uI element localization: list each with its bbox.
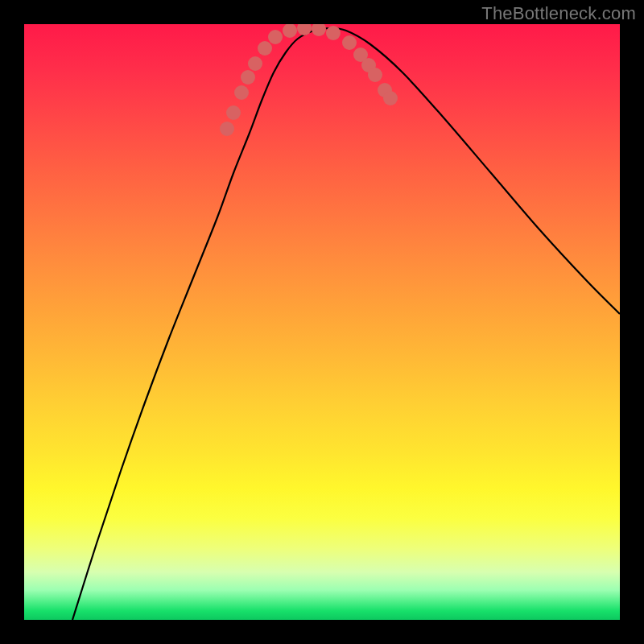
curve-marker bbox=[297, 24, 312, 35]
curve-marker bbox=[326, 26, 341, 40]
watermark-text: TheBottleneck.com bbox=[481, 3, 636, 24]
curve-marker bbox=[248, 56, 262, 71]
curve-marker bbox=[258, 41, 272, 56]
marker-group bbox=[220, 24, 398, 136]
curve-marker bbox=[283, 24, 297, 38]
bottleneck-curve bbox=[72, 28, 620, 620]
chart-frame: TheBottleneck.com bbox=[0, 0, 644, 644]
curve-marker bbox=[220, 122, 234, 136]
curve-marker bbox=[234, 85, 249, 100]
curve-marker bbox=[226, 105, 241, 120]
curve-marker bbox=[342, 35, 357, 50]
curve-marker bbox=[268, 30, 283, 44]
curve-marker bbox=[368, 68, 382, 82]
curve-svg bbox=[24, 24, 620, 620]
curve-marker bbox=[312, 24, 326, 36]
curve-marker bbox=[383, 91, 398, 105]
curve-marker bbox=[241, 70, 255, 85]
